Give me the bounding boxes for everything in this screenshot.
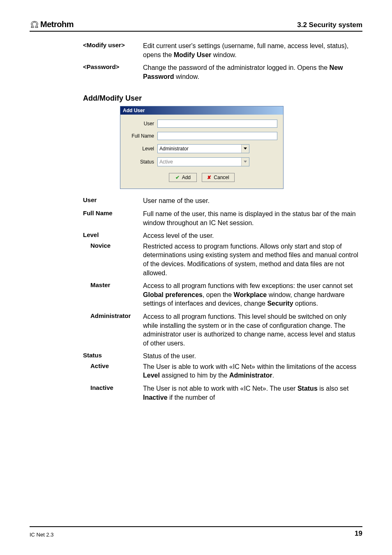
desc-full-name: Full name of the user, this name is disp…	[143, 210, 362, 227]
def-master: Master Access to all program functions w…	[90, 281, 362, 308]
omega-icon	[30, 21, 39, 28]
desc-status: Status of the user.	[143, 352, 362, 361]
def-user: User User name of the user.	[83, 196, 362, 205]
page-header: Metrohm 3.2 Security system	[30, 20, 362, 32]
def-active: Active The User is able to work with «IC…	[90, 362, 362, 380]
def-level: Level Access level of the user.	[83, 231, 362, 240]
cancel-button-label: Cancel	[214, 175, 229, 180]
term-level: Level	[83, 231, 143, 240]
brand-text: Metrohm	[40, 20, 74, 29]
footer-version: IC Net 2.3	[30, 532, 54, 538]
desc-modify-user: Edit current user's settings (username, …	[143, 41, 362, 59]
desc-user: User name of the user.	[143, 196, 362, 205]
check-icon: ✔	[175, 175, 180, 180]
label-level: Level	[126, 146, 157, 152]
def-full-name: Full Name Full name of the user, this na…	[83, 210, 362, 227]
add-user-dialog: Add User User Full Name Level Administra…	[120, 106, 284, 189]
def-status: Status Status of the user.	[83, 352, 362, 361]
desc-master: Access to all program functions with few…	[143, 281, 362, 308]
cancel-button[interactable]: ✘ Cancel	[202, 173, 234, 182]
level-value: Administrator	[158, 146, 241, 152]
status-select: Active	[157, 157, 249, 166]
label-status: Status	[126, 159, 157, 165]
term-modify-user: <Modify user>	[83, 41, 143, 59]
term-status: Status	[83, 352, 143, 361]
add-button[interactable]: ✔ Add	[169, 173, 197, 182]
chevron-down-icon	[241, 158, 249, 166]
chevron-down-icon[interactable]	[241, 145, 249, 153]
full-name-input[interactable]	[157, 132, 277, 140]
term-master: Master	[90, 281, 143, 308]
user-input[interactable]	[157, 120, 277, 128]
desc-active: The User is able to work with «IC Net» w…	[143, 362, 362, 380]
term-user: User	[83, 196, 143, 205]
option-modify-user: <Modify user> Edit current user's settin…	[83, 41, 362, 59]
desc-inactive: The User is not able to work with «IC Ne…	[143, 384, 362, 402]
desc-password: Change the password of the administrator…	[143, 63, 362, 81]
def-administrator: Administrator Access to all program func…	[90, 312, 362, 348]
label-full-name: Full Name	[126, 133, 157, 139]
term-active: Active	[90, 362, 143, 380]
page-footer: IC Net 2.3 19	[30, 526, 362, 538]
close-icon: ✘	[207, 175, 211, 180]
page-number: 19	[355, 530, 362, 538]
term-novice: Novice	[90, 242, 143, 277]
brand-logo: Metrohm	[30, 20, 74, 29]
section-subhead: Add/Modify User	[83, 94, 362, 103]
label-user: User	[126, 121, 157, 127]
def-novice: Novice Restricted access to program func…	[90, 242, 362, 277]
desc-level: Access level of the user.	[143, 231, 362, 240]
section-title: 3.2 Security system	[297, 21, 362, 29]
level-select[interactable]: Administrator	[157, 144, 249, 153]
option-password: <Password> Change the password of the ad…	[83, 63, 362, 81]
dialog-title: Add User	[120, 106, 283, 115]
term-full-name: Full Name	[83, 210, 143, 227]
def-inactive: Inactive The User is not able to work wi…	[90, 384, 362, 402]
desc-administrator: Access to all program functions. This le…	[143, 312, 362, 348]
add-button-label: Add	[182, 175, 191, 180]
term-administrator: Administrator	[90, 312, 143, 348]
desc-novice: Restricted access to program functions. …	[143, 242, 362, 277]
term-inactive: Inactive	[90, 384, 143, 402]
term-password: <Password>	[83, 63, 143, 81]
status-value: Active	[158, 159, 241, 165]
